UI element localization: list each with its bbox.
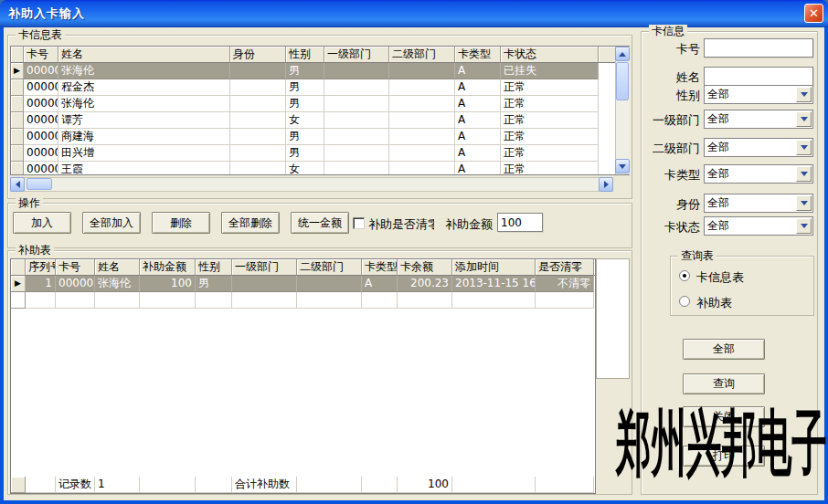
column-header[interactable]: 添加时间 bbox=[452, 259, 536, 276]
query-table-group-label: 查询表 bbox=[678, 249, 717, 262]
scroll-left-icon[interactable] bbox=[10, 177, 25, 192]
column-header[interactable]: 序列号 bbox=[26, 259, 56, 276]
table-cell: A bbox=[455, 79, 501, 96]
column-header[interactable]: 卡余额 bbox=[398, 259, 452, 276]
chevron-down-icon[interactable] bbox=[796, 166, 812, 182]
subsidy-amount-input[interactable] bbox=[497, 213, 543, 232]
column-header[interactable]: 卡类型 bbox=[455, 47, 501, 63]
scroll-down-icon[interactable] bbox=[615, 159, 630, 173]
column-header[interactable]: 性别 bbox=[196, 259, 232, 276]
chevron-down-icon[interactable] bbox=[796, 195, 812, 211]
subsidy-table[interactable]: 序列号卡号姓名补助金额性别一级部门二级部门卡类型卡余额添加时间是否清零▶1000… bbox=[10, 258, 596, 494]
row-indicator-icon: ▶ bbox=[11, 276, 26, 292]
chevron-down-icon[interactable] bbox=[796, 140, 812, 155]
table-cell: 000003 bbox=[24, 96, 58, 112]
table-cell: 男 bbox=[196, 276, 232, 292]
gender-select[interactable]: 全部 bbox=[704, 85, 813, 104]
name-input[interactable] bbox=[704, 67, 813, 86]
row-indicator-icon: ▶ bbox=[11, 63, 24, 79]
titlebar[interactable]: 补助入卡输入 ✕ bbox=[0, 0, 828, 27]
table-row[interactable]: 000005谭芳女A正常 bbox=[11, 112, 629, 129]
card-number-input[interactable] bbox=[704, 38, 813, 58]
print-button[interactable]: 打印 bbox=[683, 446, 765, 467]
radio-subsidy-table-label[interactable]: 补助表 bbox=[696, 295, 732, 311]
vscroll-thumb[interactable] bbox=[616, 62, 629, 100]
all-button[interactable]: 全部 bbox=[683, 339, 765, 360]
uniform-amount-button[interactable]: 统一金额 bbox=[291, 212, 349, 234]
card-status-select[interactable]: 全部 bbox=[704, 216, 813, 236]
column-header[interactable]: 二级部门 bbox=[389, 47, 455, 63]
table-row[interactable]: ▶000001张海伦男A已挂失 bbox=[11, 63, 629, 79]
clear-subsidy-checkbox[interactable] bbox=[353, 217, 365, 229]
table-cell: 男 bbox=[286, 63, 324, 79]
delete-button[interactable]: 删除 bbox=[152, 212, 210, 234]
column-header[interactable]: 身份 bbox=[230, 47, 286, 63]
table-cell: A bbox=[455, 145, 501, 162]
table-cell: 程金杰 bbox=[58, 79, 230, 96]
query-button[interactable]: 查询 bbox=[683, 373, 765, 394]
scroll-right-icon[interactable] bbox=[599, 177, 613, 192]
scroll-up-icon[interactable] bbox=[615, 47, 630, 61]
chevron-down-icon[interactable] bbox=[796, 218, 812, 234]
hscroll-thumb[interactable] bbox=[27, 178, 52, 190]
column-header[interactable]: 是否清零 bbox=[536, 259, 594, 276]
table-row[interactable]: 000003张海伦男A正常 bbox=[11, 96, 629, 112]
table-cell bbox=[324, 112, 389, 129]
card-table-vscrollbar[interactable] bbox=[615, 47, 630, 174]
close-icon: ✕ bbox=[809, 6, 819, 20]
table-cell: 000006 bbox=[24, 129, 58, 145]
column-header[interactable]: 一级部门 bbox=[324, 47, 389, 63]
close-window-button[interactable]: 关闭 bbox=[683, 406, 765, 427]
chevron-down-icon[interactable] bbox=[796, 111, 812, 127]
add-button[interactable]: 加入 bbox=[13, 212, 71, 234]
column-header[interactable]: 补助金额 bbox=[140, 259, 196, 276]
table-cell: 100 bbox=[140, 276, 196, 292]
column-header[interactable]: 姓名 bbox=[58, 47, 230, 63]
subsidy-table-scroll-area[interactable] bbox=[596, 258, 630, 379]
column-header[interactable]: 卡号 bbox=[56, 259, 95, 276]
table-cell bbox=[324, 129, 389, 145]
column-header[interactable]: 卡号 bbox=[24, 47, 58, 63]
delete-all-button[interactable]: 全部删除 bbox=[221, 212, 280, 234]
radio-subsidy-table[interactable] bbox=[679, 296, 690, 307]
query-table-group: 查询表 bbox=[670, 256, 814, 316]
table-cell: 000001 bbox=[24, 63, 58, 79]
table-row[interactable]: ▶1000001张海伦100男A200.232013-11-15 16:58:不… bbox=[11, 276, 595, 292]
table-row[interactable]: 000008王霞女A正常 bbox=[11, 162, 629, 175]
dept2-select[interactable]: 全部 bbox=[704, 138, 813, 157]
table-cell bbox=[389, 63, 455, 79]
card-type-select[interactable]: 全部 bbox=[704, 164, 813, 184]
dept1-select[interactable]: 全部 bbox=[704, 110, 813, 129]
table-cell bbox=[389, 79, 455, 96]
table-cell: 已挂失 bbox=[501, 63, 599, 79]
subsidy-amount-label: 补助金额 bbox=[445, 216, 493, 233]
radio-card-info-table[interactable] bbox=[679, 270, 690, 281]
footer-cell bbox=[297, 477, 362, 493]
client-area: 卡信息表 卡号姓名身份性别一级部门二级部门卡类型卡状态▶000001张海伦男A已… bbox=[4, 27, 824, 500]
card-table[interactable]: 卡号姓名身份性别一级部门二级部门卡类型卡状态▶000001张海伦男A已挂失000… bbox=[10, 46, 630, 175]
table-row[interactable]: 000007田兴增男A正常 bbox=[11, 145, 629, 162]
radio-card-info-table-label[interactable]: 卡信息表 bbox=[696, 269, 744, 286]
close-button[interactable]: ✕ bbox=[804, 4, 823, 23]
clear-subsidy-checkbox-label[interactable]: 补助是否清零 bbox=[368, 216, 434, 233]
table-cell: 正常 bbox=[501, 112, 599, 129]
footer-cell bbox=[26, 477, 56, 493]
footer-cell: 100 bbox=[398, 477, 452, 493]
column-header[interactable]: 一级部门 bbox=[232, 259, 297, 276]
column-header[interactable]: 二级部门 bbox=[297, 259, 362, 276]
table-row[interactable]: 000002程金杰男A正常 bbox=[11, 79, 629, 96]
add-all-button[interactable]: 全部加入 bbox=[82, 212, 141, 234]
identity-select[interactable]: 全部 bbox=[704, 194, 813, 213]
column-header[interactable]: 卡状态 bbox=[501, 47, 599, 63]
table-cell: 张海伦 bbox=[58, 96, 230, 112]
card-table-hscrollbar[interactable] bbox=[10, 177, 613, 192]
card-info-group-label: 卡信息 bbox=[649, 25, 687, 37]
column-header[interactable]: 姓名 bbox=[95, 259, 140, 276]
chevron-down-icon[interactable] bbox=[796, 87, 812, 102]
table-cell bbox=[389, 145, 455, 162]
column-header[interactable]: 性别 bbox=[286, 47, 324, 63]
table-row[interactable]: 000006商建海男A正常 bbox=[11, 129, 629, 145]
card-number-label: 卡号 bbox=[643, 41, 700, 58]
column-header[interactable]: 卡类型 bbox=[362, 259, 398, 276]
table-cell: 正常 bbox=[501, 145, 599, 162]
